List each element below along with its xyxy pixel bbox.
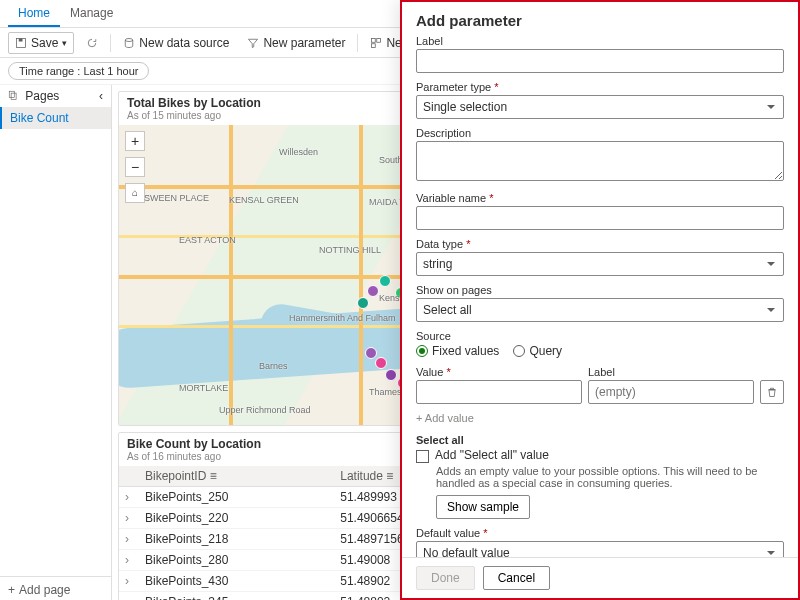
value-input[interactable]	[416, 380, 582, 404]
map-data-point[interactable]	[385, 369, 397, 381]
svg-rect-8	[11, 93, 16, 99]
table-cell: BikePoints_220	[139, 508, 334, 529]
svg-rect-4	[377, 38, 381, 42]
add-value-button[interactable]: + Add value	[416, 412, 784, 424]
map-place-label: EAST ACTON	[179, 235, 236, 245]
variable-name-label: Variable name	[416, 192, 784, 204]
add-parameter-panel: Add parameter Label Parameter type Singl…	[400, 0, 800, 600]
svg-rect-7	[9, 91, 14, 97]
sidebar-collapse-icon[interactable]: ‹	[99, 89, 103, 103]
new-parameter-button[interactable]: New parameter	[241, 33, 351, 53]
svg-rect-1	[19, 38, 23, 41]
map-place-label: SWEEN PLACE	[144, 193, 209, 203]
expand-icon[interactable]: ›	[125, 532, 133, 546]
table-cell: BikePoints_430	[139, 571, 334, 592]
description-label: Description	[416, 127, 784, 139]
label-input[interactable]	[416, 49, 784, 73]
tab-manage[interactable]: Manage	[60, 0, 123, 27]
map-data-point[interactable]	[379, 275, 391, 287]
show-on-pages-label: Show on pages	[416, 284, 784, 296]
done-button[interactable]: Done	[416, 566, 475, 590]
map-data-point[interactable]	[375, 357, 387, 369]
variable-name-input[interactable]	[416, 206, 784, 230]
sidebar: Pages ‹ Bike Count + Add page	[0, 85, 112, 600]
value-label-input[interactable]	[588, 380, 754, 404]
select-all-help: Adds an empty value to your possible opt…	[436, 465, 784, 489]
table-header[interactable]: BikepointID ≡	[139, 466, 334, 487]
pages-icon	[8, 89, 21, 103]
table-cell: BikePoints_218	[139, 529, 334, 550]
map-place-label: KENSAL GREEN	[229, 195, 299, 205]
save-icon	[15, 37, 27, 49]
expand-icon[interactable]: ›	[125, 574, 133, 588]
select-all-checkbox-label: Add "Select all" value	[435, 448, 549, 462]
filter-icon	[247, 37, 259, 49]
zoom-home-button[interactable]: ⌂	[125, 183, 145, 203]
expand-icon[interactable]: ›	[125, 595, 133, 600]
page-item-bike-count[interactable]: Bike Count	[0, 107, 111, 129]
svg-rect-3	[372, 38, 376, 42]
map-place-label: Hammersmith And Fulham	[289, 313, 396, 323]
source-label: Source	[416, 330, 784, 342]
map-place-label: Barnes	[259, 361, 288, 371]
map-data-point[interactable]	[357, 297, 369, 309]
data-type-label: Data type	[416, 238, 784, 250]
source-query-radio[interactable]: Query	[513, 344, 562, 358]
source-fixed-radio[interactable]: Fixed values	[416, 344, 499, 358]
select-all-section-label: Select all	[416, 434, 784, 446]
description-input[interactable]	[416, 141, 784, 181]
add-page-label: Add page	[19, 583, 70, 597]
map-data-point[interactable]	[365, 347, 377, 359]
zoom-out-button[interactable]: −	[125, 157, 145, 177]
tile-icon	[370, 37, 382, 49]
map-place-label: Thames	[369, 387, 402, 397]
refresh-button[interactable]	[80, 34, 104, 52]
show-on-pages-select[interactable]: Select all	[416, 298, 784, 322]
plus-icon: +	[8, 583, 15, 597]
panel-title: Add parameter	[416, 12, 784, 29]
trash-icon	[766, 386, 778, 398]
svg-point-2	[126, 38, 134, 41]
time-range-chip[interactable]: Time range : Last 1 hour	[8, 62, 149, 80]
new-parameter-label: New parameter	[263, 36, 345, 50]
delete-value-button[interactable]	[760, 380, 784, 404]
map-place-label: Willesden	[279, 147, 318, 157]
param-type-label: Parameter type	[416, 81, 784, 93]
new-data-source-button[interactable]: New data source	[117, 33, 235, 53]
map-place-label: Upper Richmond Road	[219, 405, 311, 415]
svg-rect-5	[372, 43, 376, 47]
expand-icon[interactable]: ›	[125, 490, 133, 504]
save-label: Save	[31, 36, 58, 50]
save-button[interactable]: Save ▾	[8, 32, 74, 54]
show-sample-button[interactable]: Show sample	[436, 495, 530, 519]
new-data-source-label: New data source	[139, 36, 229, 50]
value-col-label: Value	[416, 366, 582, 378]
tab-home[interactable]: Home	[8, 0, 60, 27]
refresh-icon	[86, 37, 98, 49]
select-all-checkbox[interactable]	[416, 450, 429, 463]
data-type-select[interactable]: string	[416, 252, 784, 276]
table-cell: BikePoints_345	[139, 592, 334, 601]
table-cell: BikePoints_280	[139, 550, 334, 571]
map-place-label: NOTTING HILL	[319, 245, 381, 255]
default-value-label: Default value	[416, 527, 784, 539]
database-icon	[123, 37, 135, 49]
param-type-select[interactable]: Single selection	[416, 95, 784, 119]
expand-icon[interactable]: ›	[125, 553, 133, 567]
label-col-label: Label	[588, 366, 754, 378]
table-cell: BikePoints_250	[139, 487, 334, 508]
map-data-point[interactable]	[367, 285, 379, 297]
cancel-button[interactable]: Cancel	[483, 566, 550, 590]
zoom-in-button[interactable]: +	[125, 131, 145, 151]
add-page-button[interactable]: + Add page	[0, 576, 111, 600]
sidebar-title: Pages	[8, 89, 59, 103]
expand-icon[interactable]: ›	[125, 511, 133, 525]
map-place-label: MORTLAKE	[179, 383, 228, 393]
label-label: Label	[416, 35, 784, 47]
chevron-down-icon: ▾	[62, 38, 67, 48]
